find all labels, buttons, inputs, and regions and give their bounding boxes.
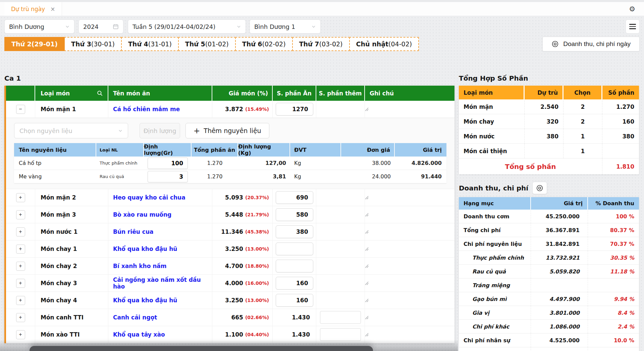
dish-type-label: Món canh TTI	[35, 309, 108, 326]
portion-input[interactable]	[276, 208, 313, 221]
summary-type: Món chay	[459, 114, 525, 129]
chevron-down-icon	[311, 24, 316, 29]
dish-name-link[interactable]: Heo quay kho cải chua	[113, 194, 185, 201]
dish-price-percent: (02.66%)	[245, 315, 269, 320]
day-tab-thứ-2[interactable]: Thứ 2(29-01)	[4, 37, 65, 51]
ingredient-select[interactable]: Chọn nguyên liệu	[14, 123, 128, 138]
row-expand-button[interactable]: +	[16, 262, 25, 271]
finance-value: 3.801.000	[531, 306, 588, 319]
dish-price-percent: (18.80%)	[245, 263, 269, 269]
dish-note-cell[interactable]	[365, 189, 454, 206]
tab-du-tru-ngay[interactable]: Dự trù ngày ×	[4, 2, 62, 16]
row-expand-button[interactable]: +	[16, 245, 25, 254]
dish-name-cell: Khổ qua tây xào	[108, 326, 212, 343]
dish-portion-cell	[273, 206, 316, 223]
dish-name-link[interactable]: Bún riêu cua	[113, 228, 154, 235]
dish-name-link[interactable]: Canh cải ngọt	[113, 314, 157, 321]
dish-name-cell: Bò xào rau muống	[108, 206, 212, 223]
resize-grip-icon[interactable]	[365, 333, 369, 337]
dish-note-cell[interactable]	[365, 309, 454, 326]
row-expand-button[interactable]: +	[16, 210, 25, 219]
portion-input[interactable]	[276, 277, 313, 290]
ingredient-unit: Kg	[290, 157, 341, 170]
portion-input[interactable]	[276, 103, 313, 116]
day-tab-thứ-5[interactable]: Thứ 5(01-02)	[178, 37, 236, 51]
close-icon[interactable]: ×	[50, 6, 55, 12]
extra-portion-input[interactable]	[320, 311, 361, 324]
dish-name-link[interactable]: Khổ qua kho đậu hũ	[113, 297, 177, 304]
dish-note-cell[interactable]	[365, 292, 454, 309]
row-expand-button[interactable]: +	[16, 296, 25, 305]
extra-portion-input[interactable]	[320, 328, 361, 341]
day-tab-chủ-nhật[interactable]: Chủ nhật(04-02)	[349, 37, 419, 51]
resize-grip-icon[interactable]	[365, 230, 369, 234]
portion-input[interactable]	[276, 294, 313, 307]
dish-name-link[interactable]: Cải ngồng xào nấm xốt dầu hào	[113, 276, 212, 290]
day-tab-thứ-3[interactable]: Thứ 3(30-01)	[64, 37, 122, 51]
dish-toggle-cell: +	[6, 240, 35, 257]
ingredient-col-header: Đơn giá	[341, 143, 395, 157]
row-expand-button[interactable]: +	[16, 330, 25, 339]
resize-grip-icon[interactable]	[365, 281, 369, 285]
eye-icon	[551, 40, 559, 48]
resize-grip-icon[interactable]	[365, 264, 369, 268]
finance-visibility-button[interactable]	[532, 182, 547, 194]
row-expand-button[interactable]: +	[16, 227, 25, 236]
row-expand-button[interactable]: +	[16, 193, 25, 202]
portion-input[interactable]	[276, 225, 313, 238]
year-select[interactable]: 2024	[78, 19, 123, 34]
region-select[interactable]: Bình Dương	[4, 19, 74, 34]
portion-input[interactable]	[276, 191, 313, 204]
finance-row: Chi phí khác1.086.0002.4 %	[459, 320, 639, 334]
dish-name-link[interactable]: Khổ qua kho đậu hũ	[113, 246, 177, 252]
branch-select[interactable]: Bình Dương 1	[250, 19, 321, 34]
row-expand-button[interactable]: +	[16, 279, 25, 288]
row-expand-button[interactable]: +	[16, 313, 25, 322]
resize-grip-icon[interactable]	[365, 107, 369, 111]
eye-icon	[536, 184, 543, 192]
resize-grip-icon[interactable]	[365, 213, 369, 217]
day-tab-thứ-4[interactable]: Thứ 4(31-01)	[121, 37, 179, 51]
dish-name-link[interactable]: Bí xanh kho nấm	[113, 263, 167, 269]
dish-note-cell[interactable]	[365, 240, 454, 257]
portion-input[interactable]	[276, 243, 313, 255]
summary-choose: 1	[564, 129, 602, 143]
dish-toggle-cell: +	[6, 189, 35, 206]
day-tab-thứ-6[interactable]: Thứ 6(02-02)	[235, 37, 293, 51]
dish-note-cell[interactable]	[365, 206, 454, 223]
dish-note-cell[interactable]	[365, 275, 454, 292]
week-select[interactable]: Tuần 5 (29/01/24-04/02/24)	[128, 19, 246, 34]
finance-row: Doanh thu cơm45.250.000100 %	[459, 210, 639, 223]
menu-icon[interactable]	[626, 19, 640, 34]
day-tab-thứ-7[interactable]: Thứ 7(03-02)	[292, 37, 350, 51]
day-tab-date: (03-02)	[319, 40, 342, 48]
finance-percent: 10.0 %	[588, 334, 639, 347]
search-icon[interactable]	[97, 90, 103, 96]
gr-quantity-input[interactable]	[148, 171, 188, 182]
resize-grip-icon[interactable]	[365, 196, 369, 200]
dish-note-cell[interactable]	[365, 101, 454, 118]
dish-price: 4.000	[225, 280, 243, 287]
summary-estimate: 380	[525, 129, 564, 143]
dish-note-cell[interactable]	[365, 326, 454, 343]
resize-grip-icon[interactable]	[365, 316, 369, 319]
quantify-button[interactable]: Định lượng	[140, 123, 180, 138]
day-tab-date: (02-02)	[262, 40, 286, 48]
dish-price-percent: (45.38%)	[245, 229, 269, 234]
dish-name-link[interactable]: Cá hố chiên mắm me	[113, 106, 180, 113]
resize-grip-icon[interactable]	[365, 299, 369, 302]
resize-grip-icon[interactable]	[365, 247, 369, 251]
gr-quantity-input[interactable]	[148, 158, 188, 169]
dish-name-link[interactable]: Khổ qua tây xào	[113, 331, 165, 338]
dish-name-link[interactable]: Bò xào rau muống	[113, 211, 171, 218]
revenue-day-button[interactable]: Doanh thu, chi phí ngày	[542, 37, 640, 51]
row-collapse-button[interactable]: −	[16, 105, 25, 114]
portion-input[interactable]	[276, 260, 313, 272]
summary-table: Loại món Dự trù Chọn Số phần Món mặn2.54…	[459, 86, 639, 174]
gear-icon[interactable]: ⚙	[629, 2, 635, 16]
add-ingredient-button[interactable]: +Thêm nguyên liệu	[185, 123, 269, 138]
dish-name-cell: Cải ngồng xào nấm xốt dầu hào	[108, 275, 212, 292]
dish-note-cell[interactable]	[365, 258, 454, 274]
dish-extra-cell	[316, 206, 365, 223]
dish-note-cell[interactable]	[365, 223, 454, 240]
